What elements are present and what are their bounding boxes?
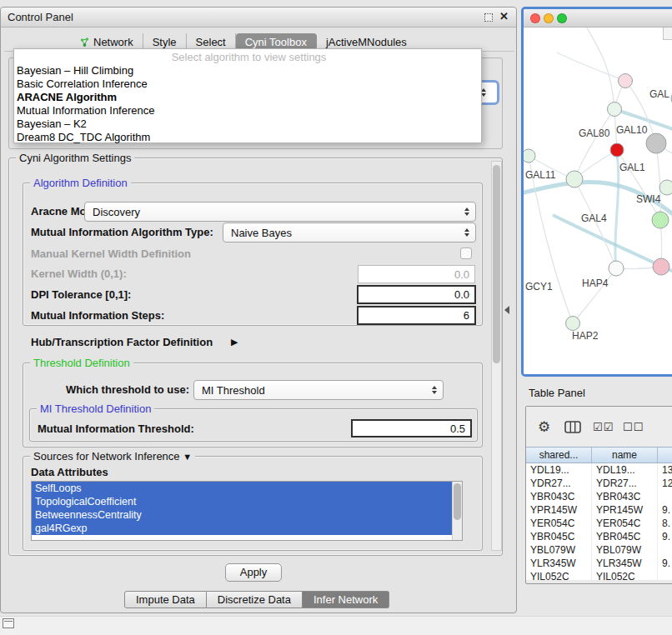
table-header: shared... name — [526, 447, 672, 463]
kernel-width-field[interactable]: 0.0 — [358, 265, 475, 283]
table-row[interactable]: YDL19...YDL19...13 — [526, 463, 672, 477]
cell: YBL079W — [592, 543, 658, 557]
network-node[interactable] — [566, 317, 580, 331]
table-row[interactable]: YDR27...YDR27...12 — [526, 477, 672, 490]
table-row[interactable]: YBL079WYBL079W — [526, 543, 672, 557]
network-node[interactable] — [524, 149, 535, 162]
network-node-selected[interactable] — [610, 143, 624, 157]
combo-arrows-icon — [432, 386, 437, 394]
mac-zoom-button[interactable] — [557, 13, 567, 23]
mac-close-button[interactable] — [530, 13, 540, 23]
algorithm-option[interactable]: Dream8 DC_TDC Algorithm — [14, 131, 481, 144]
list-item[interactable]: BetweennessCentrality — [32, 508, 462, 522]
cell: YBR045C — [592, 530, 658, 543]
list-item[interactable]: SelfLoops — [32, 482, 462, 495]
list-scrollbar[interactable] — [452, 482, 462, 540]
threshold-definition-title: Threshold Definition — [30, 357, 133, 369]
column-header-shared-name[interactable]: shared... — [526, 448, 592, 462]
node-label: GAL11 — [525, 169, 555, 181]
column-header-name[interactable]: name — [592, 448, 658, 462]
combo-arrows-icon — [464, 228, 469, 237]
docked-panel-icon[interactable] — [3, 618, 14, 628]
network-node[interactable] — [653, 258, 669, 275]
settings-scrollbar[interactable] — [491, 161, 502, 551]
tab-infer-network[interactable]: Infer Network — [303, 591, 389, 608]
cell: YLR345W — [592, 557, 658, 570]
mi-type-select[interactable]: Naive Bayes — [223, 222, 476, 242]
combo-arrows-icon — [464, 208, 469, 216]
tab-network[interactable]: Network — [71, 33, 143, 50]
expand-right-icon[interactable]: ▶ — [231, 337, 238, 348]
node-label: GAL10 — [616, 124, 647, 136]
cell: YDR27... — [592, 477, 658, 490]
dpi-tolerance-field[interactable]: 0.0 — [357, 285, 476, 304]
table-row[interactable]: YER054CYER054C8. — [526, 517, 672, 530]
table-panel-window: ⚙ ☑☑ ☐☐ shared... name YDL19...YDL19...1… — [525, 406, 672, 584]
mac-minimize-button[interactable] — [544, 13, 554, 23]
table-row[interactable]: YIL052CYIL052C — [526, 570, 672, 580]
panel-collapse-arrow-icon[interactable] — [504, 306, 509, 314]
network-node[interactable] — [652, 212, 669, 228]
tab-label: Cyni Toolbox — [245, 36, 307, 48]
cell: YLR345W — [526, 557, 592, 570]
window-title: Control Panel — [8, 8, 73, 27]
hub-section-label: Hub/Transcription Factor Definition — [31, 336, 213, 349]
tab-impute-data[interactable]: Impute Data — [124, 591, 207, 608]
network-node[interactable] — [566, 171, 583, 188]
dpi-tolerance-label: DPI Tolerance [0,1]: — [31, 288, 131, 302]
control-panel-window: Control Panel ✕ Network Style Select Cyn… — [0, 7, 517, 613]
table-row[interactable]: YBR045CYBR045C9. — [526, 530, 672, 543]
tab-jactivemnodules[interactable]: jActiveMNodules — [317, 33, 416, 50]
table-toolbar: ⚙ ☑☑ ☐☐ — [526, 407, 672, 447]
algorithm-option[interactable]: Basic Correlation Inference — [14, 78, 481, 91]
tab-label: Select — [196, 36, 226, 48]
cell: 9. — [658, 503, 672, 517]
network-node[interactable] — [608, 102, 622, 117]
algorithm-option[interactable]: Bayesian – Hill Climbing — [14, 64, 481, 78]
tab-label: jActiveMNodules — [326, 36, 407, 48]
tab-style[interactable]: Style — [143, 33, 187, 50]
gear-icon[interactable]: ⚙ — [538, 418, 550, 436]
manual-kernel-checkbox[interactable] — [460, 248, 472, 259]
algorithm-dropdown-popup: Select algorithm to view settings Bayesi… — [13, 48, 482, 143]
cell: YPR145W — [526, 503, 592, 517]
network-scrollbar-corner[interactable] — [663, 28, 672, 40]
network-view-window: GAL80 GAL10 GAL11 GAL1 SWI4 GAL4 GCY1 HA… — [521, 7, 672, 377]
settings-scrollbar-thumb[interactable] — [493, 165, 500, 363]
which-threshold-select[interactable]: MI Threshold — [193, 380, 444, 400]
mi-threshold-field[interactable]: 0.5 — [351, 419, 472, 438]
algorithm-option[interactable]: Bayesian – K2 — [14, 118, 481, 131]
network-node[interactable] — [619, 74, 633, 88]
kernel-width-label: Kernel Width (0,1): — [31, 268, 127, 281]
mi-steps-field[interactable]: 6 — [357, 306, 476, 325]
table-row[interactable]: YBR043CYBR043C — [526, 490, 672, 503]
data-attributes-list[interactable]: SelfLoops TopologicalCoefficient Between… — [31, 481, 463, 541]
list-item[interactable]: TopologicalCoefficient — [32, 495, 462, 508]
tab-cyni-toolbox[interactable]: Cyni Toolbox — [236, 33, 317, 50]
node-label: GAL80 — [579, 128, 609, 139]
tab-discretize-data[interactable]: Discretize Data — [207, 591, 303, 608]
network-canvas[interactable]: GAL80 GAL10 GAL11 GAL1 SWI4 GAL4 GCY1 HA… — [524, 28, 672, 374]
node-label: HAP4 — [582, 278, 608, 289]
algorithm-option-selected[interactable]: ARACNE Algorithm — [14, 91, 481, 104]
cell: YDR27... — [526, 477, 592, 490]
column-header-clipped[interactable] — [658, 448, 672, 462]
close-icon[interactable]: ✕ — [499, 10, 509, 22]
algorithm-option[interactable]: Mutual Information Inference — [14, 104, 481, 118]
select-all-icon[interactable]: ☑☑ — [593, 421, 614, 433]
tab-select[interactable]: Select — [187, 33, 236, 50]
float-window-icon[interactable] — [484, 13, 493, 22]
list-scrollbar-thumb[interactable] — [454, 483, 461, 520]
column-chooser-icon[interactable] — [564, 421, 581, 433]
cell — [658, 570, 672, 580]
apply-button[interactable]: Apply — [225, 563, 282, 582]
table-row[interactable]: YPR145WYPR145W9. — [526, 503, 672, 517]
list-item[interactable]: gal4RGexp — [32, 522, 462, 535]
collapse-down-icon[interactable]: ▼ — [183, 452, 192, 462]
network-node[interactable] — [609, 261, 624, 276]
deselect-all-icon[interactable]: ☐☐ — [623, 421, 644, 433]
network-node[interactable] — [646, 133, 666, 153]
table-row[interactable]: YLR345WYLR345W9. — [526, 557, 672, 570]
aracne-mode-select[interactable]: Discovery — [84, 202, 476, 222]
network-node[interactable] — [659, 180, 672, 195]
